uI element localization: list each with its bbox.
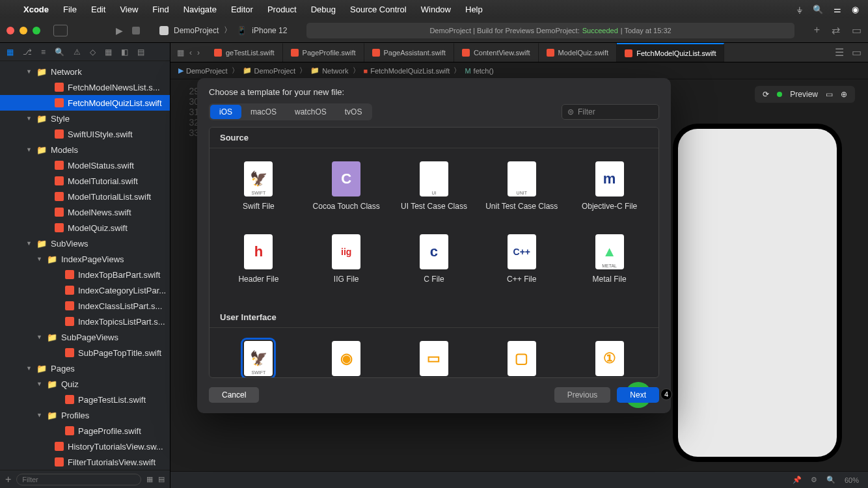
crumb-4[interactable]: fetch() <box>474 67 494 75</box>
platform-tab-tvos[interactable]: tvOS <box>336 105 372 119</box>
file-item[interactable]: SubPageTopTitle.swift <box>0 345 170 360</box>
scm-filter-icon[interactable]: ▤ <box>158 475 165 483</box>
editor-tab[interactable]: geTestList.swift <box>206 43 283 62</box>
add-icon[interactable]: + <box>814 24 820 36</box>
editor-tab[interactable]: ModelQuiz.swift <box>539 43 617 62</box>
previous-button[interactable]: Previous <box>554 387 611 403</box>
menu-help[interactable]: Help <box>465 5 483 14</box>
template-item[interactable]: ①Launch Screen <box>568 337 651 378</box>
menu-product[interactable]: Product <box>267 5 297 14</box>
menu-editor[interactable]: Editor <box>231 5 253 14</box>
file-item[interactable]: PageProfile.swift <box>0 423 170 439</box>
template-item[interactable]: ▢Empty <box>480 337 563 378</box>
template-item[interactable]: ▲METALMetal File <box>568 230 651 298</box>
folder-item[interactable]: ▼📁Network <box>0 64 170 79</box>
library-icon[interactable]: ⇄ <box>832 24 840 36</box>
platform-tab-macos[interactable]: macOS <box>241 105 286 119</box>
template-item[interactable]: ◉Storyboard <box>305 337 388 378</box>
crumb-3[interactable]: FetchModelQuizList.swift <box>370 67 450 75</box>
file-item[interactable]: ModelQuiz.swift <box>0 220 170 236</box>
file-item[interactable]: IndexTopicsListPart.s... <box>0 314 170 329</box>
file-item[interactable]: HistoryTutorialsView.sw... <box>0 439 170 454</box>
zoom-out-icon[interactable]: 🔍 <box>826 476 835 484</box>
control-center-icon[interactable]: ⚌ <box>834 5 841 14</box>
filter-input[interactable] <box>16 474 141 485</box>
template-item[interactable]: CCocoa Touch Class <box>305 157 388 225</box>
menu-view[interactable]: View <box>120 5 138 14</box>
folder-item[interactable]: ▼📁Models <box>0 142 170 157</box>
template-item[interactable]: UIUI Test Case Class <box>393 157 476 225</box>
report-navigator-icon[interactable]: ▤ <box>137 47 144 57</box>
add-file-icon[interactable]: + <box>5 474 11 485</box>
template-item[interactable]: 🦅SWIFTSwiftUI View <box>217 337 300 378</box>
crumb-1[interactable]: DemoProject <box>254 67 296 75</box>
test-navigator-icon[interactable]: ◇ <box>90 47 96 57</box>
file-item[interactable]: PageTestList.swift <box>0 392 170 407</box>
recent-filter-icon[interactable]: ▦ <box>146 475 153 483</box>
project-navigator-icon[interactable]: ▦ <box>7 47 14 57</box>
menu-window[interactable]: Window <box>421 5 451 14</box>
forward-icon[interactable]: › <box>197 48 200 57</box>
editor-tab[interactable]: FetchModelQuizList.swift <box>617 43 724 62</box>
file-item[interactable]: ModelTutorialList.swift <box>0 189 170 204</box>
folder-item[interactable]: ▼📁SubPageViews <box>0 329 170 345</box>
menu-file[interactable]: File <box>63 5 77 14</box>
file-item[interactable]: IndexCategoryListPar... <box>0 282 170 298</box>
next-button[interactable]: Next 4 <box>617 387 659 403</box>
back-icon[interactable]: ‹ <box>189 48 192 57</box>
folder-item[interactable]: ▼📁Style <box>0 111 170 126</box>
template-item[interactable]: cC File <box>393 230 476 298</box>
find-navigator-icon[interactable]: 🔍 <box>55 47 64 57</box>
menu-source-control[interactable]: Source Control <box>350 5 407 14</box>
issue-navigator-icon[interactable]: ⚠ <box>74 47 81 57</box>
platform-tab-watchos[interactable]: watchOS <box>286 105 336 119</box>
file-item[interactable]: SwiftUIStyle.swift <box>0 126 170 142</box>
menu-edit[interactable]: Edit <box>91 5 105 14</box>
file-item[interactable]: IndexTopBarPart.swift <box>0 267 170 282</box>
zoom-window-button[interactable] <box>33 27 40 34</box>
siri-icon[interactable]: ◉ <box>852 5 859 14</box>
crumb-0[interactable]: DemoProject <box>186 67 228 75</box>
file-item[interactable]: IndexClassListPart.s... <box>0 298 170 314</box>
menu-debug[interactable]: Debug <box>311 5 336 14</box>
stop-button[interactable] <box>132 27 140 34</box>
editor-options-icon[interactable]: ☰ <box>835 46 844 59</box>
debug-navigator-icon[interactable]: ▦ <box>105 47 112 57</box>
template-item[interactable]: 🦅SWIFTSwift File <box>217 157 300 225</box>
scheme-selector[interactable]: DemoProject 〉 📱 iPhone 12 <box>159 25 287 36</box>
editor-tab[interactable]: PageProfile.swift <box>283 43 364 62</box>
inspector-toggle-icon[interactable]: ▭ <box>852 24 861 36</box>
editor-tab[interactable]: PageAssistant.swift <box>364 43 454 62</box>
wifi-icon[interactable]: ⏚ <box>797 5 802 14</box>
build-status[interactable]: DemoProject | Build for Previews DemoPro… <box>306 23 794 38</box>
folder-item[interactable]: ▼📁IndexPageViews <box>0 251 170 267</box>
template-item[interactable]: iigIIG File <box>305 230 388 298</box>
template-item[interactable]: mObjective-C File <box>568 157 651 225</box>
add-editor-icon[interactable]: ▭ <box>852 46 861 59</box>
file-item[interactable]: FilterTutorialsView.swift <box>0 454 170 470</box>
close-window-button[interactable] <box>7 27 14 34</box>
file-item[interactable]: FetchModelQuizList.swift <box>0 95 170 111</box>
duplicate-preview-icon[interactable]: ⊕ <box>841 90 847 99</box>
device-selector-icon[interactable]: ▭ <box>826 90 833 99</box>
file-item[interactable]: ModelStatus.swift <box>0 157 170 173</box>
jump-bar[interactable]: ▶DemoProject〉 📁DemoProject〉 📁Network〉 ■F… <box>170 62 868 79</box>
preview-label[interactable]: Preview <box>790 90 818 99</box>
template-item[interactable]: C++C++ File <box>480 230 563 298</box>
related-items-icon[interactable]: ▦ <box>177 48 184 57</box>
pin-icon[interactable]: 📌 <box>793 476 802 484</box>
settings-icon[interactable]: ⚙ <box>811 476 817 484</box>
folder-item[interactable]: ▼📁Quiz <box>0 376 170 392</box>
template-filter[interactable]: ⊜ Filter <box>562 104 659 120</box>
folder-item[interactable]: ▼📁Pages <box>0 360 170 376</box>
template-item[interactable]: UNITUnit Test Case Class <box>480 157 563 225</box>
file-item[interactable]: ModelTutorial.swift <box>0 173 170 189</box>
cancel-button[interactable]: Cancel <box>209 387 259 403</box>
file-item[interactable]: FetchModelNewsList.s... <box>0 79 170 95</box>
zoom-level[interactable]: 60% <box>845 476 859 484</box>
folder-item[interactable]: ▼📁Profiles <box>0 407 170 423</box>
platform-tab-ios[interactable]: iOS <box>210 105 241 119</box>
breakpoint-navigator-icon[interactable]: ◧ <box>121 47 128 57</box>
symbol-navigator-icon[interactable]: ≡ <box>41 47 46 57</box>
menu-find[interactable]: Find <box>152 5 169 14</box>
